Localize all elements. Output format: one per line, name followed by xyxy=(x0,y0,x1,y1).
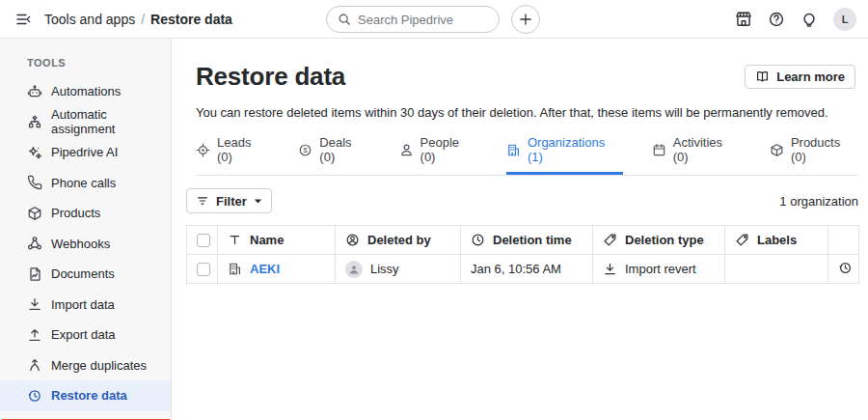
page-description: You can restore deleted items within 30 … xyxy=(196,105,858,120)
person-icon xyxy=(399,143,414,157)
search-bar[interactable] xyxy=(326,6,500,33)
document-icon xyxy=(27,266,42,282)
sidebar-item-label: Automations xyxy=(51,84,121,98)
restore-history-icon xyxy=(838,261,853,275)
sidebar-item-label: Phone calls xyxy=(51,176,116,190)
tag-icon xyxy=(603,233,617,247)
cell-deletion-type: Import revert xyxy=(593,255,725,284)
quick-add-button[interactable] xyxy=(511,5,540,34)
sidebar-item-label: Products xyxy=(51,206,100,220)
marketplace-icon[interactable] xyxy=(735,11,752,28)
sidebar-item-label: Documents xyxy=(51,266,115,281)
column-header-deletion-type[interactable]: Deletion type xyxy=(593,226,725,255)
learn-more-label: Learn more xyxy=(776,70,845,84)
sidebar-item-webhooks[interactable]: Webhooks xyxy=(0,229,171,260)
download-icon xyxy=(27,296,42,312)
sidebar-item-label: Export data xyxy=(51,327,116,342)
person-silhouette-icon xyxy=(348,264,360,275)
sidebar-item-restore-data[interactable]: Restore data xyxy=(0,380,171,411)
tab-products[interactable]: Products (0) xyxy=(770,135,858,175)
restore-table: Name Deleted by Deleti xyxy=(186,225,859,284)
cell-actions xyxy=(828,255,859,284)
sidebar-item-automations[interactable]: Automations xyxy=(0,76,171,107)
column-header-labels[interactable]: Labels xyxy=(725,226,828,255)
cell-deleted-by: Lissy xyxy=(336,255,461,284)
text-type-icon xyxy=(228,233,242,247)
filter-icon xyxy=(196,194,209,208)
robot-icon xyxy=(27,84,42,99)
search-icon xyxy=(338,13,351,26)
person-circle-icon xyxy=(345,233,360,247)
clock-icon xyxy=(471,233,485,247)
column-header-deleted-by[interactable]: Deleted by xyxy=(336,226,461,255)
table-row: AEKI Lissy Jan 6, 10 xyxy=(187,255,859,284)
avatar-initial: L xyxy=(842,14,849,25)
column-header-name[interactable]: Name xyxy=(218,226,336,255)
tab-leads[interactable]: Leads (0) xyxy=(196,135,269,175)
sidebar-item-products[interactable]: Products xyxy=(0,198,171,229)
user-avatar[interactable]: L xyxy=(833,8,856,31)
column-header-deletion-time[interactable]: Deletion time xyxy=(461,226,593,255)
tab-label: Activities (0) xyxy=(673,135,741,164)
breadcrumb: Tools and apps / Restore data xyxy=(44,12,232,27)
search-input[interactable] xyxy=(358,13,488,27)
cell-labels xyxy=(725,255,828,284)
help-icon[interactable] xyxy=(768,11,785,28)
sidebar-item-pipedrive-ai[interactable]: Pipedrive AI xyxy=(0,137,171,168)
dollar-circle-icon: $ xyxy=(298,143,312,157)
sidebar-section-title: TOOLS xyxy=(27,57,171,69)
cube-icon xyxy=(27,206,42,221)
cell-name: AEKI xyxy=(218,255,336,284)
sidebar-item-merge-duplicates[interactable]: Merge duplicates xyxy=(0,350,171,381)
tab-label: Deals (0) xyxy=(319,135,369,164)
book-icon xyxy=(755,70,770,84)
pipedrive-app: Tools and apps / Restore data L TOOLS Au xyxy=(0,0,868,420)
tab-label: People (0) xyxy=(420,135,477,164)
target-icon xyxy=(196,143,210,157)
building-icon xyxy=(228,262,242,276)
merge-icon xyxy=(27,357,42,373)
org-chart-icon xyxy=(27,114,42,129)
download-icon xyxy=(603,262,617,276)
organization-link[interactable]: AEKI xyxy=(250,262,280,276)
sidebar-item-label: Automatic assignment xyxy=(51,107,171,136)
tab-people[interactable]: People (0) xyxy=(399,135,477,175)
top-bar: Tools and apps / Restore data L xyxy=(0,0,868,39)
tab-label: Leads (0) xyxy=(217,135,269,164)
sidebar-item-phone-calls[interactable]: Phone calls xyxy=(0,168,171,199)
tab-organizations[interactable]: Organizations (1) xyxy=(506,135,623,175)
tab-label: Products (0) xyxy=(791,135,858,164)
main-content: Restore data Learn more You can restore … xyxy=(172,39,868,420)
breadcrumb-separator: / xyxy=(141,12,145,27)
lightbulb-icon[interactable] xyxy=(800,11,818,28)
sidebar-item-label: Import data xyxy=(51,297,115,312)
top-right-icons: L xyxy=(735,0,856,39)
tab-label: Organizations (1) xyxy=(528,135,623,164)
sidebar-item-automatic-assignment[interactable]: Automatic assignment xyxy=(0,107,171,138)
building-icon xyxy=(506,143,521,157)
sidebar: TOOLS Automations Automatic assignment P… xyxy=(0,39,172,420)
restore-clock-icon xyxy=(27,388,42,404)
sidebar-item-label: Webhooks xyxy=(51,237,110,251)
collapse-sidebar-icon[interactable] xyxy=(15,12,31,27)
sidebar-item-documents[interactable]: Documents xyxy=(0,259,171,290)
sidebar-item-label: Merge duplicates xyxy=(51,358,147,373)
restore-item-button[interactable] xyxy=(838,261,853,275)
sidebar-item-label: Restore data xyxy=(51,388,127,403)
learn-more-button[interactable]: Learn more xyxy=(745,65,855,89)
filter-label: Filter xyxy=(216,194,247,209)
cube-icon xyxy=(770,143,784,157)
breadcrumb-section[interactable]: Tools and apps xyxy=(44,12,135,27)
column-header-actions xyxy=(828,226,859,255)
user-avatar-small xyxy=(345,261,363,278)
sidebar-item-export-data[interactable]: Export data xyxy=(0,320,171,350)
select-all-checkbox[interactable] xyxy=(197,234,210,247)
breadcrumb-current: Restore data xyxy=(150,12,232,27)
filter-button[interactable]: Filter xyxy=(186,188,272,213)
cell-deletion-time: Jan 6, 10:56 AM xyxy=(461,255,593,284)
row-checkbox[interactable] xyxy=(197,263,210,276)
tab-activities[interactable]: Activities (0) xyxy=(652,135,741,175)
tab-deals[interactable]: $ Deals (0) xyxy=(298,135,369,175)
sidebar-item-import-data[interactable]: Import data xyxy=(0,290,171,321)
phone-icon xyxy=(27,175,42,190)
